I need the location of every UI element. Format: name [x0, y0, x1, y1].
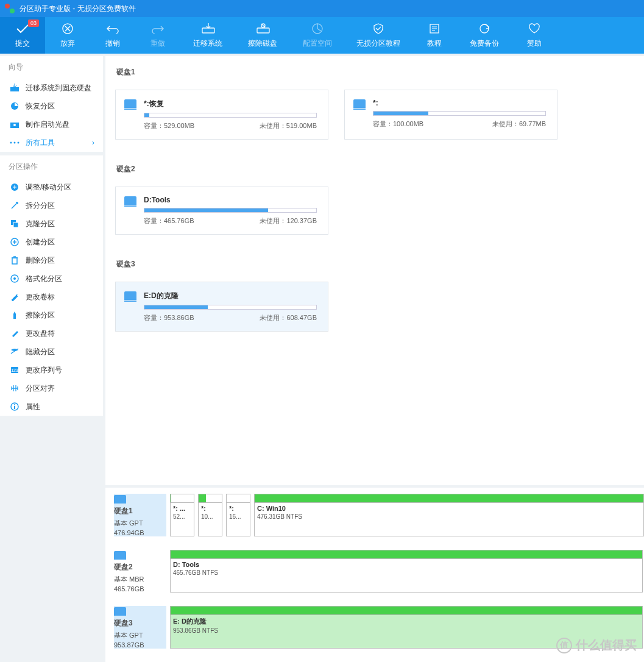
ops-item-icon	[10, 274, 19, 283]
ops-item-icon	[10, 347, 19, 356]
migrate-button[interactable]: 迁移系统	[180, 17, 235, 54]
diskmap-partition[interactable]: *: ... 52...	[170, 494, 194, 536]
wizard-item[interactable]: 迁移系统到固态硬盘	[0, 79, 103, 97]
ops-item[interactable]: 分区对齐	[0, 379, 103, 397]
partition-name: *:恢复	[144, 99, 317, 109]
space-button[interactable]: 配置空间	[290, 17, 345, 54]
svg-rect-16	[13, 222, 18, 227]
course-button[interactable]: 无损分区教程	[345, 17, 412, 54]
ops-item[interactable]: 隐藏分区	[0, 343, 103, 361]
ops-item-label: 删除分区	[26, 255, 55, 266]
pie-icon	[310, 23, 325, 35]
diskmap-partition[interactable]: D: Tools 465.76GB NTFS	[170, 550, 643, 593]
chevron-right-icon: ›	[92, 138, 94, 147]
svg-point-13	[18, 142, 19, 144]
backup-button[interactable]: 免费备份	[457, 17, 512, 54]
ops-item-label: 拆分分区	[26, 201, 55, 211]
ops-item-icon	[10, 238, 19, 246]
donate-button[interactable]: 赞助	[512, 17, 557, 54]
watermark-icon: 值	[556, 638, 572, 653]
ops-item[interactable]: 调整/移动分区	[0, 178, 103, 196]
partition-label: *: ...	[171, 503, 194, 512]
ops-item[interactable]: 拆分分区	[0, 196, 103, 215]
ops-item-icon	[10, 311, 19, 319]
ops-item[interactable]: 删除分区	[0, 251, 103, 269]
ops-item-icon	[10, 384, 19, 393]
wizard-item-icon	[10, 138, 19, 147]
ops-item[interactable]: 属性	[0, 397, 103, 416]
diskmap-info[interactable]: 硬盘1 基本 GPT 476.94GB	[114, 494, 166, 536]
partition-card[interactable]: D:Tools 容量：465.76GB未使用：120.37GB	[115, 187, 328, 235]
free-label: 未使用：120.37GB	[260, 216, 317, 226]
ops-item[interactable]: 擦除分区	[0, 306, 103, 324]
wizard-item[interactable]: 恢复分区	[0, 97, 103, 115]
usage-bar	[144, 305, 317, 310]
ops-item-label: 更改卷标	[26, 292, 55, 302]
drive-wipe-icon	[255, 23, 270, 35]
partition-label: D: Tools	[171, 559, 642, 568]
capacity-label: 容量：465.76GB	[144, 216, 194, 226]
diskmap-info[interactable]: 硬盘3 基本 GPT 953.87GB	[114, 606, 166, 649]
ops-item[interactable]: 克隆分区	[0, 215, 103, 233]
ops-item-label: 克隆分区	[26, 219, 55, 229]
partition-size: 52...	[171, 512, 194, 522]
wizard-item-label: 所有工具	[26, 138, 55, 148]
ops-item[interactable]: 更改卷标	[0, 288, 103, 306]
watermark: 值 什么值得买	[556, 637, 637, 653]
commit-button[interactable]: 03 提交	[0, 17, 45, 54]
cancel-icon	[60, 23, 75, 35]
partition-size: 465.76GB NTFS	[171, 568, 642, 578]
svg-rect-1	[202, 28, 214, 33]
partition-card[interactable]: *:恢复 容量：529.00MB未使用：519.00MB	[115, 90, 328, 140]
ops-item[interactable]: 123更改序列号	[0, 361, 103, 379]
diskmap-partitions: *: ... 52... *: 10... *: 16... C: Win10 …	[170, 494, 644, 536]
diskmap-name: 硬盘1	[114, 506, 166, 516]
app-logo-icon	[5, 4, 15, 13]
diskmap-partition[interactable]: *: 16...	[226, 494, 250, 536]
partition-card[interactable]: E:D的克隆 容量：953.86GB未使用：608.47GB	[115, 282, 328, 332]
diskmap-type: 基本 GPT	[114, 519, 166, 528]
diskmap-size: 953.87GB	[114, 641, 166, 649]
usage-bar	[144, 113, 317, 118]
main-area: 硬盘1 *:恢复 容量：529.00MB未使用：519.00MB *: 容量：1…	[105, 56, 644, 662]
diskmap-type: 基本 MBR	[114, 575, 166, 584]
usage-bar	[144, 208, 317, 213]
drive-arrow-icon	[200, 23, 215, 35]
svg-point-25	[14, 404, 15, 405]
wizard-item[interactable]: 所有工具›	[0, 133, 103, 152]
diskmap-name: 硬盘3	[114, 618, 166, 628]
ops-item-icon	[10, 293, 19, 301]
ops-section-header: 分区操作	[0, 155, 103, 178]
wizard-item-icon	[10, 120, 19, 129]
undo-button[interactable]: 撤销	[90, 17, 135, 54]
ops-item[interactable]: 格式化分区	[0, 269, 103, 288]
undo-icon	[105, 23, 120, 35]
discard-button[interactable]: 放弃	[45, 17, 90, 54]
diskmap-info[interactable]: 硬盘2 基本 MBR 465.76GB	[114, 550, 166, 593]
partition-row: *:恢复 容量：529.00MB未使用：519.00MB *: 容量：100.0…	[111, 90, 644, 140]
drive-icon	[353, 99, 366, 108]
partition-size: 953.86GB NTFS	[171, 626, 642, 636]
diskmap-name: 硬盘2	[114, 562, 166, 572]
ops-item-label: 更改盘符	[26, 329, 55, 339]
partition-label: *:	[199, 503, 222, 512]
ops-item[interactable]: 创建分区	[0, 233, 103, 251]
svg-text:123: 123	[11, 368, 18, 372]
tutorial-button[interactable]: 教程	[412, 17, 457, 54]
wizard-item-label: 恢复分区	[26, 101, 55, 112]
wipe-button[interactable]: 擦除磁盘	[235, 17, 290, 54]
diskmap-partition[interactable]: *: 10...	[198, 494, 222, 536]
ops-item-label: 调整/移动分区	[26, 182, 71, 193]
diskmap-row: 硬盘1 基本 GPT 476.94GB *: ... 52... *: 10..…	[114, 494, 644, 536]
redo-button[interactable]: 重做	[135, 17, 180, 54]
diskmap-partition[interactable]: C: Win10 476.31GB NTFS	[254, 494, 644, 536]
wizard-item-icon	[10, 102, 19, 110]
partition-size: 16...	[227, 512, 250, 522]
partition-card[interactable]: *: 容量：100.00MB未使用：69.77MB	[344, 90, 557, 140]
ops-item-label: 隐藏分区	[26, 347, 55, 357]
partition-name: E:D的克隆	[144, 291, 317, 301]
ops-item[interactable]: 更改盘符	[0, 324, 103, 343]
ops-item-icon	[10, 183, 19, 191]
wizard-item[interactable]: 制作启动光盘	[0, 115, 103, 133]
commit-badge: 03	[28, 20, 39, 27]
